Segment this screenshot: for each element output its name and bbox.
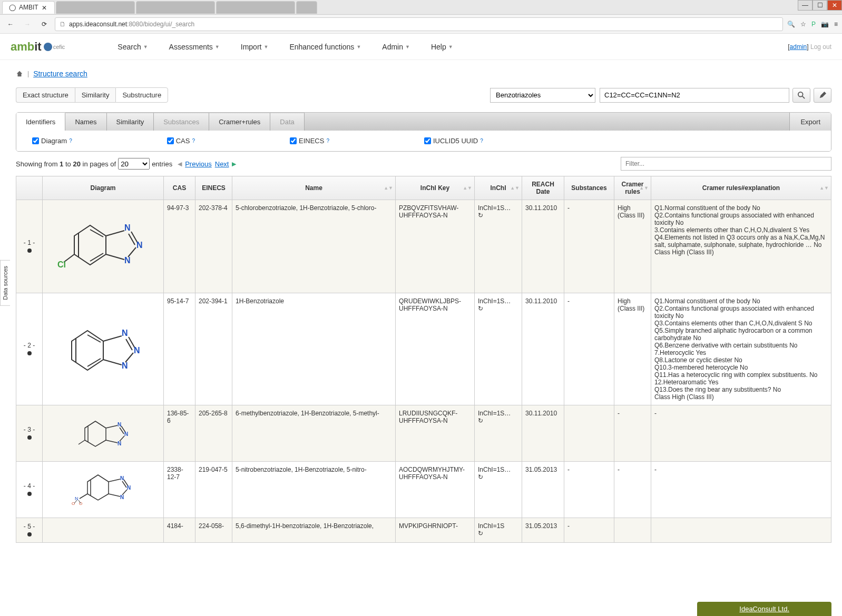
nav-help[interactable]: Help▼ xyxy=(431,43,453,51)
search-icon[interactable]: 🔍 xyxy=(787,21,795,28)
smiles-input[interactable] xyxy=(600,88,789,103)
checkbox-iuclid[interactable] xyxy=(424,137,431,144)
browser-tab-inactive[interactable] xyxy=(136,1,215,14)
toggle-cas[interactable]: CAS? xyxy=(167,137,195,145)
tab-similarity[interactable]: Similarity xyxy=(75,87,116,103)
copy-icon[interactable]: ↻ xyxy=(478,212,483,219)
cell-inchi: InChI=1S…↻ xyxy=(475,200,522,293)
browser-tab-active[interactable]: ◯ AMBIT ✕ xyxy=(2,1,55,14)
tab-data[interactable]: Data xyxy=(270,113,304,131)
filter-input[interactable] xyxy=(621,157,831,171)
sort-icon[interactable]: ▲▼ xyxy=(463,185,472,191)
col-header-inchi[interactable]: InChI▲▼ xyxy=(475,176,522,200)
cell-inchikey: QRUDEWIWKLJBPS-UHFFFAOYSA-N xyxy=(396,293,475,405)
export-button[interactable]: Export xyxy=(789,113,831,131)
logout-link[interactable]: Log out xyxy=(810,43,831,51)
expand-icon[interactable] xyxy=(27,435,32,440)
maximize-button[interactable]: ☐ xyxy=(812,0,827,11)
toggle-iuclid[interactable]: IUCLID5 UUID? xyxy=(424,137,483,145)
sort-icon[interactable]: ▲▼ xyxy=(819,185,829,191)
sort-icon[interactable]: ▲▼ xyxy=(510,185,520,191)
cell-diagram[interactable] xyxy=(43,462,164,518)
address-bar[interactable]: 🗋 apps.ideaconsult.net:8080/biodeg/ui/_s… xyxy=(55,17,783,31)
cell-inchikey: AOCDQWRMYHJTMY-UHFFFAOYSA-N xyxy=(396,462,475,518)
nav-import[interactable]: Import▼ xyxy=(241,43,269,51)
minimize-button[interactable]: — xyxy=(798,0,812,11)
cell-cas: 4184- xyxy=(164,518,195,543)
tab-exact-structure[interactable]: Exact structure xyxy=(16,87,75,103)
star-icon[interactable]: ☆ xyxy=(800,21,806,28)
next-arrow-icon[interactable]: ▶ xyxy=(232,161,236,167)
home-icon[interactable] xyxy=(16,70,23,77)
window-close-button[interactable]: ✕ xyxy=(827,0,842,11)
entries-per-page-select[interactable]: 20 xyxy=(118,158,150,170)
toggle-diagram[interactable]: Diagram? xyxy=(32,137,72,145)
toggle-einecs[interactable]: EINECS? xyxy=(290,137,329,145)
checkbox-cas[interactable] xyxy=(167,137,174,144)
tab-substructure[interactable]: Substructure xyxy=(115,87,168,103)
cell-diagram[interactable] xyxy=(43,405,164,462)
browser-tab-inactive[interactable] xyxy=(296,1,317,14)
admin-link[interactable]: admin xyxy=(790,43,807,51)
cell-cas: 136-85-6 xyxy=(164,405,195,462)
col-header-diagram[interactable]: Diagram xyxy=(43,176,164,200)
nav-search[interactable]: Search▼ xyxy=(118,43,148,51)
col-header-inchikey[interactable]: InChI Key▲▼ xyxy=(396,176,475,200)
data-sources-side-tab[interactable]: Data sources xyxy=(0,260,10,306)
tab-names[interactable]: Names xyxy=(65,113,106,131)
tab-similarity-results[interactable]: Similarity xyxy=(107,113,154,131)
tab-cramer-rules[interactable]: Cramer+rules xyxy=(209,113,270,131)
col-header-cramer[interactable]: Cramer rules▲▼ xyxy=(614,176,651,200)
copy-icon[interactable]: ↻ xyxy=(478,305,483,312)
reload-button[interactable]: ⟳ xyxy=(38,18,51,31)
expand-icon[interactable] xyxy=(27,532,32,536)
help-icon[interactable]: ? xyxy=(192,138,195,144)
col-header-einecs[interactable]: EINECS xyxy=(195,176,232,200)
edit-button[interactable] xyxy=(814,88,831,103)
sort-icon[interactable]: ▲▼ xyxy=(384,185,393,191)
breadcrumb-link[interactable]: Structure search xyxy=(33,69,87,78)
tab-substances[interactable]: Substances xyxy=(154,113,209,131)
col-header-explanation[interactable]: Cramer rules#explanation▲▼ xyxy=(651,176,831,200)
tab-identifiers[interactable]: Identifiers xyxy=(16,113,65,131)
browser-tab-inactive[interactable] xyxy=(216,1,295,14)
col-header-index[interactable] xyxy=(16,176,43,200)
browser-tab-inactive[interactable] xyxy=(56,1,135,14)
cell-diagram[interactable] xyxy=(43,200,164,293)
expand-icon[interactable] xyxy=(27,351,32,355)
help-icon[interactable]: ? xyxy=(69,138,72,144)
url-port: :8080 xyxy=(127,21,143,28)
copy-icon[interactable]: ↻ xyxy=(478,473,483,481)
help-icon[interactable]: ? xyxy=(480,138,483,144)
forward-button[interactable]: → xyxy=(21,18,34,31)
copy-icon[interactable]: ↻ xyxy=(478,417,483,424)
col-header-reach[interactable]: REACH Date xyxy=(522,176,564,200)
previous-link[interactable]: Previous xyxy=(185,160,212,168)
back-button[interactable]: ← xyxy=(4,18,17,31)
extension-p-icon[interactable]: P xyxy=(811,21,816,28)
category-select[interactable]: Benzotriazoles xyxy=(490,88,595,103)
prev-arrow-icon[interactable]: ◀ xyxy=(178,161,182,167)
ambit-logo[interactable]: ambit cefic xyxy=(11,40,65,54)
col-header-cas[interactable]: CAS xyxy=(164,176,195,200)
close-icon[interactable]: ✕ xyxy=(42,4,48,11)
nav-admin[interactable]: Admin▼ xyxy=(382,43,410,51)
sort-icon[interactable]: ▲▼ xyxy=(639,185,649,191)
col-header-name[interactable]: Name▲▼ xyxy=(232,176,396,200)
nav-enhanced[interactable]: Enhanced functions▼ xyxy=(289,43,361,51)
help-icon[interactable]: ? xyxy=(326,138,329,144)
search-button[interactable] xyxy=(792,88,810,103)
expand-icon[interactable] xyxy=(27,249,32,253)
nav-assessments[interactable]: Assessments▼ xyxy=(169,43,220,51)
menu-icon[interactable]: ≡ xyxy=(834,21,838,28)
cell-diagram[interactable] xyxy=(43,293,164,405)
extension-icon[interactable]: 📷 xyxy=(821,21,829,28)
cell-diagram[interactable] xyxy=(43,518,164,543)
col-header-substances[interactable]: Substances xyxy=(564,176,614,200)
expand-icon[interactable] xyxy=(27,492,32,496)
checkbox-diagram[interactable] xyxy=(32,137,39,144)
checkbox-einecs[interactable] xyxy=(290,137,297,144)
next-link[interactable]: Next xyxy=(215,160,229,168)
cell-einecs: 205-265-8 xyxy=(195,405,232,462)
copy-icon[interactable]: ↻ xyxy=(478,530,483,537)
